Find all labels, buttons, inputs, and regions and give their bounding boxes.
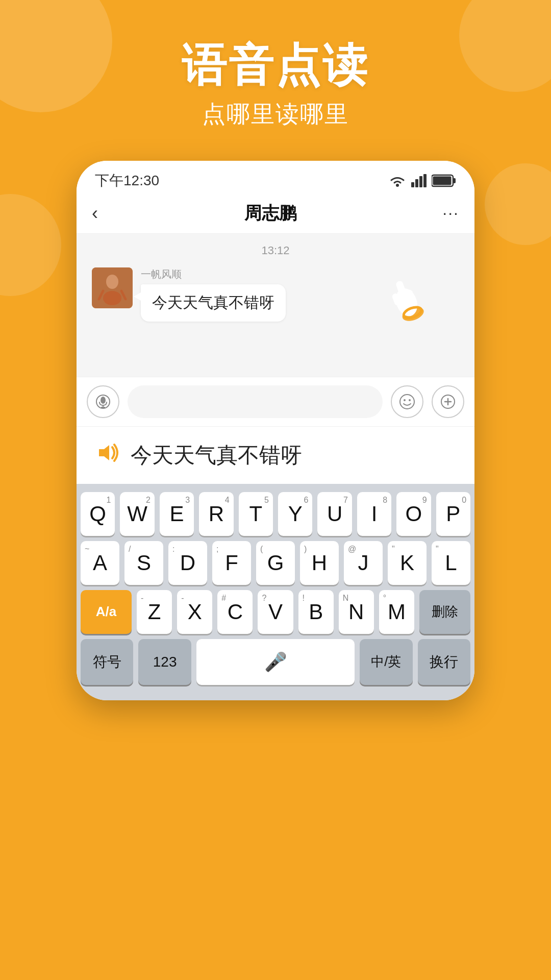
avatar — [92, 267, 133, 308]
key-G[interactable]: (G — [256, 541, 295, 585]
message-content: 一帆风顺 今天天气真不错呀 — [141, 267, 286, 322]
speaker-svg — [97, 443, 120, 462]
key-delete[interactable]: 删除 — [419, 590, 470, 634]
key-lang[interactable]: 中/英 — [360, 639, 412, 685]
avatar-svg — [92, 267, 133, 308]
bg-decoration-circle-r — [485, 163, 551, 245]
phone-mockup: 下午12:30 ‹ — [77, 161, 474, 700]
keyboard-row-1: 1Q 2W 3E 4R 5T 6Y 7U 8I 9O 0P — [81, 492, 470, 536]
svg-rect-4 — [423, 174, 427, 187]
back-button[interactable]: ‹ — [92, 203, 98, 224]
status-icons — [389, 174, 456, 187]
chat-message: 一帆风顺 今天天气真不错呀 — [92, 267, 459, 322]
svg-rect-6 — [453, 178, 456, 183]
sender-name: 一帆风顺 — [141, 267, 286, 281]
nav-bar: ‹ 周志鹏 ··· — [77, 197, 474, 234]
status-time: 下午12:30 — [95, 171, 159, 190]
key-C[interactable]: #C — [217, 590, 253, 634]
bg-decoration-circle-l — [0, 194, 61, 296]
svg-rect-3 — [419, 176, 422, 187]
message-bubble[interactable]: 今天天气真不错呀 — [141, 284, 286, 322]
key-Z[interactable]: -Z — [137, 590, 172, 634]
keyboard: 1Q 2W 3E 4R 5T 6Y 7U 8I 9O 0P ~A /S :D ;… — [77, 484, 474, 700]
key-P[interactable]: 0P — [436, 492, 470, 536]
key-S[interactable]: /S — [124, 541, 163, 585]
wifi-icon — [389, 174, 406, 187]
svg-point-10 — [103, 291, 121, 305]
key-A[interactable]: ~A — [81, 541, 119, 585]
emoji-button[interactable] — [391, 385, 423, 418]
speaker-icon — [97, 443, 120, 468]
main-title: 语音点读 — [0, 41, 551, 90]
svg-point-24 — [404, 399, 406, 401]
emoji-icon — [399, 394, 415, 410]
svg-point-20 — [101, 397, 106, 404]
key-L[interactable]: "L — [432, 541, 470, 585]
voice-icon — [95, 394, 111, 409]
key-Q[interactable]: 1Q — [81, 492, 115, 536]
keyboard-row-3: A/a -Z -X #C ?V !B NN °M 删除 — [81, 590, 470, 634]
input-area — [77, 377, 474, 426]
key-M[interactable]: °M — [379, 590, 414, 634]
key-V[interactable]: ?V — [258, 590, 293, 634]
key-N[interactable]: NN — [339, 590, 374, 634]
svg-rect-2 — [415, 179, 418, 187]
key-T[interactable]: 5T — [239, 492, 273, 536]
sub-title: 点哪里读哪里 — [0, 99, 551, 130]
svg-rect-1 — [411, 182, 414, 187]
avatar-image — [92, 267, 133, 308]
key-H[interactable]: )H — [300, 541, 339, 585]
battery-icon — [432, 174, 456, 187]
hand-svg — [373, 265, 435, 333]
chat-area: 13:12 一帆风顺 今天天气真不错呀 — [77, 234, 474, 377]
key-B[interactable]: !B — [298, 590, 334, 634]
reading-bar: 今天天气真不错呀 — [77, 426, 474, 484]
svg-rect-7 — [433, 176, 452, 185]
svg-point-9 — [106, 275, 118, 289]
key-space[interactable]: 🎤 — [196, 639, 355, 685]
status-bar: 下午12:30 — [77, 161, 474, 197]
keyboard-row-2: ~A /S :D ;F (G )H @J "K "L — [81, 541, 470, 585]
key-symbol[interactable]: 符号 — [81, 639, 133, 685]
message-text: 今天天气真不错呀 — [152, 294, 274, 311]
key-O[interactable]: 9O — [396, 492, 431, 536]
header-section: 语音点读 点哪里读哪里 — [0, 0, 551, 130]
key-W[interactable]: 2W — [120, 492, 154, 536]
key-K[interactable]: "K — [388, 541, 427, 585]
svg-point-23 — [400, 395, 414, 409]
svg-point-25 — [409, 399, 411, 401]
key-R[interactable]: 4R — [199, 492, 233, 536]
tap-hand-icon — [373, 265, 439, 342]
signal-icon — [411, 174, 427, 187]
text-input[interactable] — [128, 385, 383, 418]
key-I[interactable]: 8I — [357, 492, 391, 536]
key-123[interactable]: 123 — [138, 639, 191, 685]
reading-text: 今天天气真不错呀 — [131, 441, 302, 470]
plus-icon — [440, 394, 456, 409]
key-X[interactable]: -X — [177, 590, 212, 634]
key-D[interactable]: :D — [168, 541, 207, 585]
plus-button[interactable] — [432, 385, 464, 418]
key-enter[interactable]: 换行 — [418, 639, 470, 685]
key-shift[interactable]: A/a — [81, 590, 132, 634]
key-U[interactable]: 7U — [317, 492, 352, 536]
key-E[interactable]: 3E — [160, 492, 194, 536]
svg-point-0 — [396, 184, 399, 187]
voice-button[interactable] — [87, 385, 119, 418]
more-button[interactable]: ··· — [442, 204, 459, 223]
nav-title: 周志鹏 — [244, 202, 296, 225]
keyboard-row-4: 符号 123 🎤 中/英 换行 — [81, 639, 470, 685]
key-J[interactable]: @J — [344, 541, 383, 585]
key-F[interactable]: ;F — [212, 541, 251, 585]
chat-timestamp: 13:12 — [92, 244, 459, 257]
key-Y[interactable]: 6Y — [278, 492, 312, 536]
